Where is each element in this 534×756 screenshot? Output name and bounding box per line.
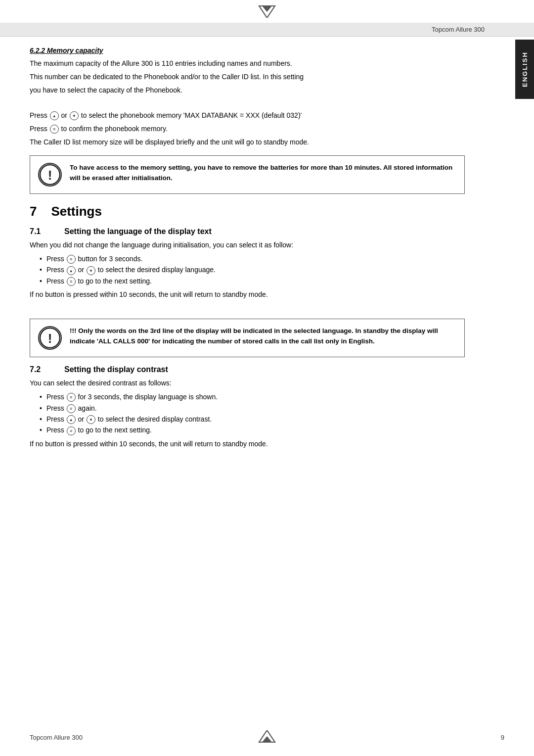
menu-icon-72-4 (67, 426, 76, 435)
bullet-71-1: Press button for 3 seconds. (40, 253, 465, 264)
warning-text-622: To have access to the memory setting, yo… (70, 163, 456, 184)
section-622: 6.2.2 Memory capacity The maximum capaci… (30, 47, 465, 194)
header-bar: Topcom Allure 300 (0, 23, 534, 37)
section-71-intro: When you did not change the language dur… (30, 240, 465, 250)
down-arrow-icon (70, 111, 79, 120)
svg-text:!: ! (48, 168, 52, 183)
section-622-title: 6.2.2 Memory capacity (30, 47, 465, 54)
menu-icon-71-3 (67, 277, 76, 286)
bullet-71-3: Press to go to the next setting. (40, 276, 465, 286)
bullet-72-3: Press or to select the desired display c… (40, 414, 465, 425)
main-content: 6.2.2 Memory capacity The maximum capaci… (0, 37, 514, 462)
top-logo-arrow (0, 0, 534, 23)
section-72: 7.2 Setting the display contrast You can… (30, 365, 465, 449)
section-72-closing: If no button is pressed within 10 second… (30, 439, 465, 449)
section-622-para1: The maximum capacity of the Allure 300 i… (30, 58, 465, 69)
side-language-tab: ENGLISH (515, 40, 534, 99)
menu-icon-72-2 (67, 404, 76, 413)
warning-box-71: ! !!! Only the words on the 3rd line of … (30, 319, 465, 357)
bullet-72-1: Press for 3 seconds, the display languag… (40, 391, 465, 402)
section-72-bullets: Press for 3 seconds, the display languag… (40, 391, 465, 436)
svg-text:!: ! (48, 331, 52, 346)
up-icon-71 (67, 266, 76, 275)
header-brand: Topcom Allure 300 (432, 26, 485, 33)
section-7: 7 Settings 7.1 Setting the language of t… (30, 204, 465, 449)
bullet-72-2: Press again. (40, 403, 465, 414)
section-71: 7.1 Setting the language of the display … (30, 227, 465, 357)
up-icon-72 (67, 415, 76, 424)
section-622-para2: This number can be dedicated to the Phon… (30, 72, 465, 82)
section-622-instruction3: The Caller ID list memory size will be d… (30, 137, 465, 147)
warning-icon-622: ! (38, 163, 62, 187)
section-72-intro: You can select the desired contrast as f… (30, 378, 465, 388)
section-7-title: 7 Settings (30, 204, 465, 219)
section-622-instruction2: Press to confirm the phonebook memory. (30, 124, 465, 134)
section-71-closing: If no button is pressed within 10 second… (30, 289, 465, 300)
up-arrow-icon (50, 111, 59, 120)
bullet-71-2: Press or to select the desired display l… (40, 264, 465, 275)
menu-icon-71-1 (67, 255, 76, 264)
bottom-logo-arrow (0, 726, 534, 751)
svg-marker-7 (262, 736, 272, 742)
warning-box-622: ! To have access to the memory setting, … (30, 155, 465, 194)
section-71-bullets: Press button for 3 seconds. Press or to … (40, 253, 465, 286)
bullet-72-4: Press to go to the next setting. (40, 425, 465, 435)
section-622-instruction1: Press or to select the phonebook memory … (30, 110, 465, 121)
down-icon-71 (87, 266, 95, 275)
page-container: Topcom Allure 300 ENGLISH 6.2.2 Memory c… (0, 0, 534, 756)
warning-text-71: !!! Only the words on the 3rd line of th… (70, 326, 456, 347)
section-71-title: 7.1 Setting the language of the display … (30, 227, 465, 236)
down-icon-72 (87, 415, 95, 424)
menu-icon (50, 125, 59, 134)
svg-marker-1 (262, 6, 272, 12)
section-72-title: 7.2 Setting the display contrast (30, 365, 465, 374)
menu-icon-72-1 (67, 393, 76, 402)
section-622-para3: you have to select the capacity of the P… (30, 85, 465, 95)
warning-icon-71: ! (38, 326, 62, 350)
